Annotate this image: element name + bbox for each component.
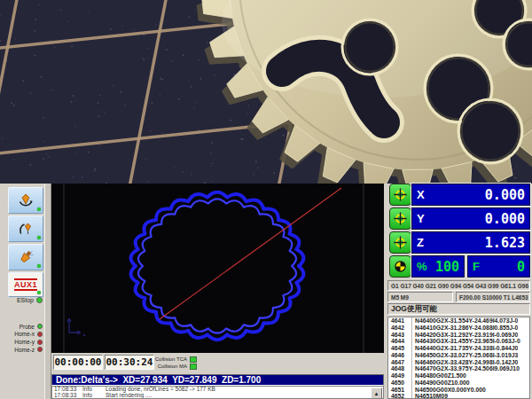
- collision-ma-label: Collision MA: [158, 364, 187, 369]
- gcode-row[interactable]: 4642N46410G2X-31.286Y-24.088I0.855J-0: [388, 325, 529, 332]
- crosshair-icon: [393, 235, 408, 250]
- tool-change-button[interactable]: [8, 215, 43, 242]
- indicator-led: [37, 332, 43, 337]
- crosshair-icon: [393, 211, 408, 226]
- gcode-list[interactable]: 4641N46400G2X-31.554Y-24.469I4.073J-0464…: [387, 317, 530, 399]
- indicator-label: Home-z: [14, 347, 35, 353]
- gcode-text: N46510M09: [412, 393, 448, 399]
- indicator-label: Home-x: [14, 331, 35, 337]
- gcode-line-number: 4648: [388, 365, 412, 372]
- axis-label: F: [473, 260, 480, 273]
- gcode-line-number: 4643: [388, 332, 412, 339]
- axis-value: 0.000: [485, 187, 525, 203]
- button-led: [37, 207, 41, 211]
- gcode-row[interactable]: 4641N46400G2X-31.554Y-24.469I4.073J-0: [388, 317, 529, 325]
- indicator-led: [37, 340, 43, 345]
- gcode-text: N46450G2X-33.027Y-25.068I-3.019J3: [412, 352, 518, 359]
- dro-panel: X0.000Y0.000Z1.623%100F0 G1 G17 G40 G21 …: [387, 184, 532, 399]
- axis-label: %: [417, 260, 427, 273]
- gcode-row[interactable]: 4652N46510M09: [388, 393, 529, 399]
- coolant-spray-button[interactable]: [8, 244, 43, 270]
- timer-row: 00:00:00 00:30:24 Collision TCA Collisio…: [51, 353, 384, 373]
- indicator-label: Home-y: [14, 339, 35, 345]
- gcode-text: N46480G00Z1.500: [412, 372, 466, 379]
- feed-spindle-tool-box: F200.00 S10000 T1 L4653: [456, 292, 530, 302]
- gcode-text: N46400G2X-31.554Y-24.469I4.073J-0: [412, 317, 518, 325]
- axis-value: 0.000: [485, 211, 525, 227]
- gcode-row[interactable]: 4651N46500G00X0.000Y0.000: [388, 387, 529, 394]
- log-scroll-up-button[interactable]: ▲: [371, 387, 382, 399]
- zero-axis-button[interactable]: [389, 231, 411, 254]
- gcode-text: N46460G2X-33.428Y-24.998I-0.142J0: [412, 359, 518, 366]
- log-level: Info: [82, 393, 106, 399]
- feed-override-readout: %100: [411, 255, 465, 278]
- indicator-led: [37, 324, 43, 329]
- axis-label: Y: [417, 212, 425, 225]
- indicator-led: [37, 347, 43, 352]
- aux1-label: AUX1: [14, 280, 37, 289]
- gcode-text: N46490G00Z10.000: [412, 379, 470, 387]
- gcode-row[interactable]: 4649N46480G00Z1.500: [388, 372, 529, 379]
- collision-tca-state: [190, 356, 197, 363]
- gcode-row[interactable]: 4647N46460G2X-33.428Y-24.998I-0.142J0: [388, 359, 529, 366]
- gcode-line-number: 4652: [388, 393, 412, 399]
- axis-value: 1.623: [485, 235, 525, 251]
- estop-indicator[interactable]: EStop: [2, 296, 43, 304]
- gcode-row[interactable]: 4643N46420G3X-31.292Y-23.919I-0.069J0: [388, 332, 529, 339]
- toolpath-preview: [51, 184, 384, 353]
- indicator-home-x: Home-x: [2, 331, 43, 338]
- gcode-row[interactable]: 4645N46440G2X-31.735Y-24.338I-0.844J0: [388, 345, 529, 352]
- button-led: [37, 264, 41, 268]
- gear-macro-photo: [0, 0, 532, 184]
- log-row: 17:08:33InfoLoading done, nrOfLines = 50…: [52, 387, 383, 393]
- gcode-line-number: 4651: [388, 387, 412, 394]
- log-list[interactable]: 17:08:33InfoLoading done, nrOfLines = 50…: [51, 386, 384, 399]
- elapsed-timer: 00:00:00: [53, 355, 103, 370]
- collision-tca-checkbox[interactable]: Collision TCA: [151, 356, 197, 363]
- gcode-line-number: 4646: [388, 352, 412, 359]
- collision-ma-state: [190, 364, 197, 370]
- dro-y-readout: Y0.000: [411, 207, 530, 230]
- spindle-button[interactable]: [8, 187, 43, 214]
- indicator-label: Probe: [20, 324, 35, 330]
- zero-axis-button[interactable]: [389, 207, 411, 230]
- button-led: [37, 236, 41, 239]
- gcode-row[interactable]: 4644N46430G3X-31.455Y-23.965I-0.063J-0: [388, 338, 529, 345]
- gcode-line-number: 4644: [388, 338, 412, 345]
- gcode-line-number: 4645: [388, 345, 412, 352]
- coolant-spray-icon: [17, 248, 35, 266]
- gcode-line-number: 4647: [388, 359, 412, 366]
- aux1-button[interactable]: AUX1: [8, 272, 43, 297]
- dro-x-readout: X0.000: [411, 184, 530, 206]
- gcode-line-number: 4642: [388, 325, 412, 332]
- gcode-text: N46410G2X-31.286Y-24.088I0.855J-0: [412, 325, 518, 332]
- dro-z-readout: Z1.623: [411, 231, 530, 254]
- gcode-row[interactable]: 4650N46490G00Z10.000: [388, 379, 529, 387]
- indicator-home-y: Home-y: [2, 339, 43, 346]
- collision-tca-label: Collision TCA: [155, 356, 187, 362]
- goto-origin-button[interactable]: [389, 255, 411, 278]
- gcode-row[interactable]: 4646N46450G2X-33.027Y-25.068I-3.019J3: [388, 352, 529, 359]
- gcode-line-number: 4649: [388, 372, 412, 379]
- spindle-rotation-icon: [17, 192, 35, 209]
- gcode-row[interactable]: 4648N46470G2X-33.975Y-24.506I9.069J10: [388, 365, 529, 372]
- zero-axis-button[interactable]: [389, 184, 411, 206]
- estop-led: [36, 297, 43, 303]
- toolpath-viewport[interactable]: [51, 184, 384, 353]
- collision-ma-checkbox[interactable]: Collision MA: [151, 363, 197, 370]
- axis-label: X: [417, 188, 425, 201]
- active-mcodes-box: M5 M9: [387, 292, 453, 302]
- axis-value: 100: [435, 259, 459, 275]
- active-gcodes-box: G1 G17 G40 G21 G90 G94 G54 G43 G99 G61.1…: [387, 280, 530, 291]
- gcode-line-number: 4641: [388, 317, 412, 325]
- indicator-home-z: Home-z: [2, 346, 43, 353]
- log-time: 17:08:33: [52, 393, 82, 399]
- machine-sidebar: AUX1 EStop ProbeHome-xHome-yHome-z: [0, 184, 51, 399]
- gcode-text: N46470G2X-33.975Y-24.506I9.069J10: [412, 365, 520, 372]
- gcode-text: N46420G3X-31.292Y-23.919I-0.069J0: [412, 332, 518, 339]
- log-row: 17:08:33InfoStart rendering ....: [52, 393, 383, 399]
- log-rows: 17:08:33InfoLoading done, nrOfLines = 50…: [52, 387, 383, 399]
- gcode-text: N46500G00X0.000Y0.000: [412, 387, 486, 394]
- cnc-control-window: AUX1 EStop ProbeHome-xHome-yHome-z 00:00…: [0, 184, 532, 399]
- tool-hook-icon: [17, 220, 35, 238]
